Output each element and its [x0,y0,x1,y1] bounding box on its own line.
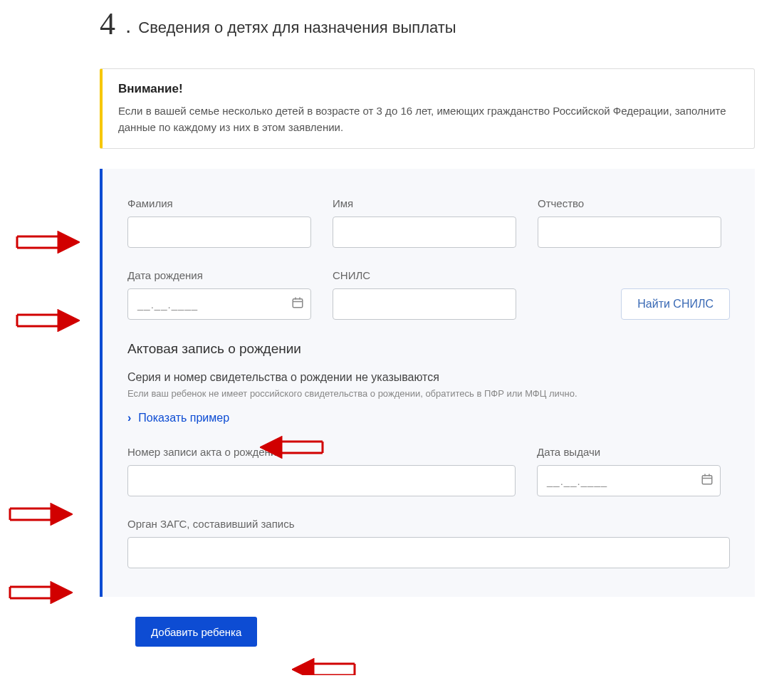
issue-date-label: Дата выдачи [537,446,721,458]
patronymic-input[interactable] [538,217,721,248]
step-dot: . [125,11,131,40]
svg-marker-11 [58,232,78,252]
annotation-arrow-icon [16,231,80,254]
dob-placeholder: __.__.____ [137,298,198,311]
svg-rect-0 [293,299,303,308]
calendar-icon[interactable] [701,473,714,489]
add-child-button[interactable]: Добавить ребенка [135,617,257,647]
snils-input[interactable] [333,288,516,320]
section-heading: 4 . Сведения о детях для назначения выпл… [100,9,755,40]
first-name-input[interactable] [333,217,516,248]
svg-marker-31 [293,659,313,675]
birth-record-subtext1: Серия и номер свидетельства о рождении н… [127,371,730,384]
svg-marker-23 [51,583,71,603]
last-name-label: Фамилия [127,197,311,209]
show-example-label: Показать пример [138,412,229,424]
calendar-icon[interactable] [291,296,304,312]
annotation-arrow-icon [9,581,73,604]
annotation-arrow-icon [16,309,80,332]
snils-label: СНИЛС [333,269,516,281]
step-number: 4 [100,9,115,40]
chevron-right-icon: › [127,412,131,424]
child-form-block: Фамилия Имя Отчество Дата рождения [100,169,755,597]
find-snils-button[interactable]: Найти СНИЛС [621,288,730,320]
show-example-link[interactable]: › Показать пример [127,412,229,424]
birth-record-heading: Актовая запись о рождении [127,341,730,357]
svg-marker-15 [58,311,78,330]
dob-label: Дата рождения [127,269,311,281]
warning-text: Если в вашей семье несколько детей в воз… [118,103,738,135]
patronymic-label: Отчество [538,197,721,209]
first-name-label: Имя [333,197,516,209]
birth-record-subtext2: Если ваш ребенок не имеет российского св… [127,388,730,399]
last-name-input[interactable] [127,217,311,248]
warning-box: Внимание! Если в вашей семье несколько д… [100,68,755,149]
record-number-label: Номер записи акта о рождении [127,446,516,458]
warning-title: Внимание! [118,82,738,96]
svg-rect-4 [702,476,712,484]
annotation-arrow-icon [9,503,73,526]
zags-body-label: Орган ЗАГС, составивший запись [127,518,730,530]
svg-marker-19 [51,504,71,524]
zags-body-input[interactable] [127,537,730,568]
issue-date-placeholder: __.__.____ [547,475,607,487]
step-title: Сведения о детях для назначения выплаты [138,19,456,37]
annotation-arrow-icon [292,658,356,675]
record-number-input[interactable] [127,465,516,496]
